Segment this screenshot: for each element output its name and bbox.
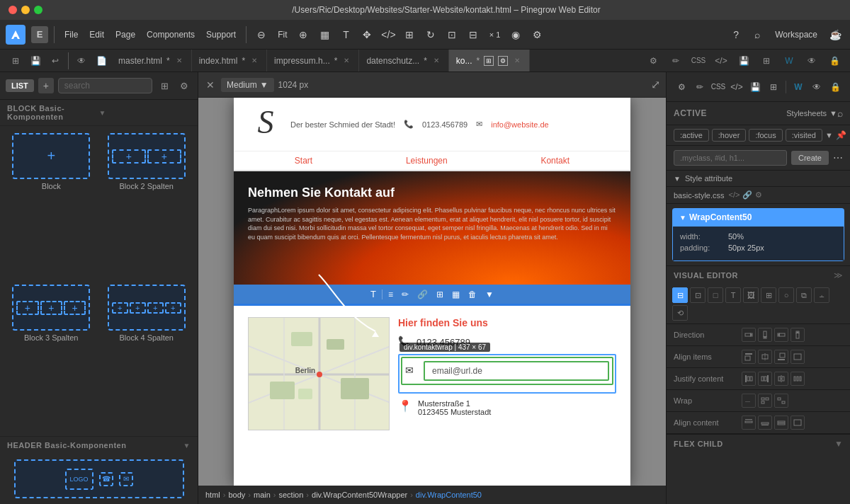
direction-row-icon[interactable] (742, 328, 756, 342)
components-menu[interactable]: Components (142, 27, 199, 42)
rp-layout-icon[interactable]: ⊞ (766, 79, 781, 95)
nav-kontakt[interactable]: Kontakt (540, 156, 570, 166)
more-btn[interactable]: ⋯ (833, 152, 843, 164)
pseudo-visited[interactable]: :visited (786, 129, 822, 142)
refresh-icon[interactable]: ↻ (421, 25, 440, 44)
ve-col-icon[interactable]: ⫠ (814, 287, 829, 303)
undo-icon[interactable]: ↩ (45, 51, 65, 71)
maximize-button[interactable] (34, 6, 42, 14)
nav-leistungen[interactable]: Leistungen (406, 156, 448, 166)
create-btn[interactable]: Create (791, 151, 829, 165)
panel-wp-icon[interactable]: W (779, 51, 799, 71)
ve-border-icon[interactable]: ⊡ (690, 287, 706, 303)
tab-datenschutz[interactable]: datenschutz... * ✕ (359, 50, 448, 72)
panel-edit-icon[interactable]: ✏ (666, 51, 686, 71)
tab-close-icon2[interactable]: ✕ (249, 56, 259, 66)
new-window-icon[interactable]: ⊞ (6, 51, 26, 71)
et-more-icon[interactable]: ▼ (482, 288, 497, 301)
ve-text-icon[interactable]: T (725, 287, 741, 303)
minimize-button[interactable] (21, 6, 30, 14)
rp-code-icon[interactable]: </> (729, 79, 744, 95)
nav-start[interactable]: Start (295, 156, 312, 166)
support-menu[interactable]: Support (202, 27, 240, 42)
tab-settings-icon[interactable]: ⚙ (498, 56, 508, 66)
et-grid-icon[interactable]: ⊞ (434, 288, 446, 301)
ve-circle-icon[interactable]: ○ (778, 287, 794, 303)
align-end-icon[interactable] (774, 350, 788, 364)
block-single-item[interactable]: + Block (7, 133, 96, 277)
tab-close-icon4[interactable]: ✕ (431, 56, 441, 66)
tab-master[interactable]: master.html * ✕ (111, 50, 192, 72)
ve-box-icon[interactable]: □ (708, 287, 723, 303)
direction-row-rev-icon[interactable] (774, 328, 788, 342)
file-menu[interactable]: File (60, 27, 82, 42)
align-stretch-icon[interactable] (790, 350, 805, 364)
zoom-in-icon[interactable]: ⊕ (294, 25, 312, 44)
fit-btn[interactable]: Fit (273, 27, 291, 42)
ve-image-icon[interactable]: 🖼 (743, 287, 759, 303)
et-link-icon[interactable]: 🔗 (414, 288, 431, 301)
help-icon[interactable]: ? (727, 25, 745, 44)
justify-end-icon[interactable] (758, 372, 772, 386)
block-two-item[interactable]: + + Block 2 Spalten (103, 133, 191, 277)
block-section-chevron[interactable]: ▼ (99, 109, 191, 117)
block-four-item[interactable]: + + + + Block 4 Spalten (103, 285, 191, 429)
panel-lock-icon[interactable]: 🔒 (824, 51, 844, 71)
rp-wp-icon[interactable]: W (790, 79, 806, 95)
pseudo-pin-btn[interactable]: 📌 (836, 130, 846, 140)
panel-eye-icon[interactable]: 👁 (802, 51, 822, 71)
class-header[interactable]: ▼ WrapContent50 (672, 208, 844, 227)
responsive-icon[interactable]: ⊞ (484, 56, 494, 66)
direction-col-rev-icon[interactable] (790, 328, 805, 342)
ac-center-icon[interactable] (774, 416, 788, 430)
medium-dropdown[interactable]: Medium ▼ (221, 78, 274, 92)
workspace-btn[interactable]: Workspace (769, 27, 823, 42)
wrap-wrap-icon[interactable] (758, 394, 772, 408)
tab-close-icon[interactable]: ✕ (174, 56, 184, 66)
eye-icon[interactable]: ◉ (506, 25, 525, 44)
justify-between-icon[interactable] (790, 372, 805, 386)
pseudo-more-btn[interactable]: ▼ (825, 131, 833, 139)
wrap-no-icon[interactable]: — (742, 394, 756, 408)
ve-layers-icon[interactable]: ⧉ (796, 287, 812, 303)
text-icon[interactable]: T (336, 25, 355, 44)
align-center-icon[interactable] (758, 350, 772, 364)
email-input[interactable]: email@url.de (424, 361, 609, 381)
expand-icon[interactable]: ⤢ (651, 78, 660, 91)
counter-icon[interactable]: × 1 (485, 25, 504, 44)
grid-icon[interactable]: ▦ (315, 25, 334, 44)
eye-toggle-icon[interactable]: 👁 (72, 51, 91, 71)
search-styles-btn[interactable]: ⌕ (837, 108, 843, 119)
panel-code-icon[interactable]: </> (711, 51, 731, 71)
screenshot-icon[interactable]: ⊡ (443, 25, 461, 44)
stylesheets-dropdown[interactable]: Stylesheets ▼ (786, 109, 837, 118)
edit-menu[interactable]: Edit (85, 27, 108, 42)
bc-current[interactable]: div.WrapContent50 (416, 491, 482, 499)
settings-filter-btn[interactable]: ⚙ (176, 78, 192, 93)
list-btn[interactable]: LIST (6, 79, 34, 92)
tab-close-icon5[interactable]: ✕ (512, 56, 522, 66)
header-section-chevron[interactable]: ▼ (183, 442, 191, 449)
ss-edit-icon[interactable]: </> (729, 190, 740, 200)
panel-save-icon[interactable]: 💾 (734, 51, 754, 71)
tab-impressum[interactable]: impressum.h... * ✕ (267, 50, 359, 72)
pseudo-active[interactable]: :active (674, 129, 709, 142)
settings-icon[interactable]: ⚙ (528, 25, 546, 44)
panel-settings-icon[interactable]: ⚙ (643, 51, 663, 71)
bc-wrapper[interactable]: div.WrapContent50Wrapper (312, 491, 407, 499)
tab-index[interactable]: index.html * ✕ (192, 50, 267, 72)
block-three-item[interactable]: + + + Block 3 Spalten (7, 285, 96, 429)
et-delete-icon[interactable]: 🗑 (465, 288, 480, 301)
panel-css-icon[interactable]: CSS (688, 51, 708, 71)
align-start-icon[interactable] (742, 350, 756, 364)
justify-start-icon[interactable] (742, 372, 756, 386)
et-code-icon[interactable]: ✏ (399, 288, 412, 301)
file-icon[interactable]: 📄 (91, 51, 111, 71)
search-icon[interactable]: ⌕ (748, 25, 766, 44)
bc-section[interactable]: section (279, 491, 304, 499)
ve-grid-icon[interactable]: ⊞ (761, 287, 776, 303)
ve-collapse-icon[interactable]: ≫ (834, 270, 843, 280)
et-cols-icon[interactable]: ▦ (449, 288, 463, 301)
rp-edit-icon[interactable]: ✏ (692, 79, 708, 95)
rp-css-icon[interactable]: CSS (710, 79, 726, 95)
